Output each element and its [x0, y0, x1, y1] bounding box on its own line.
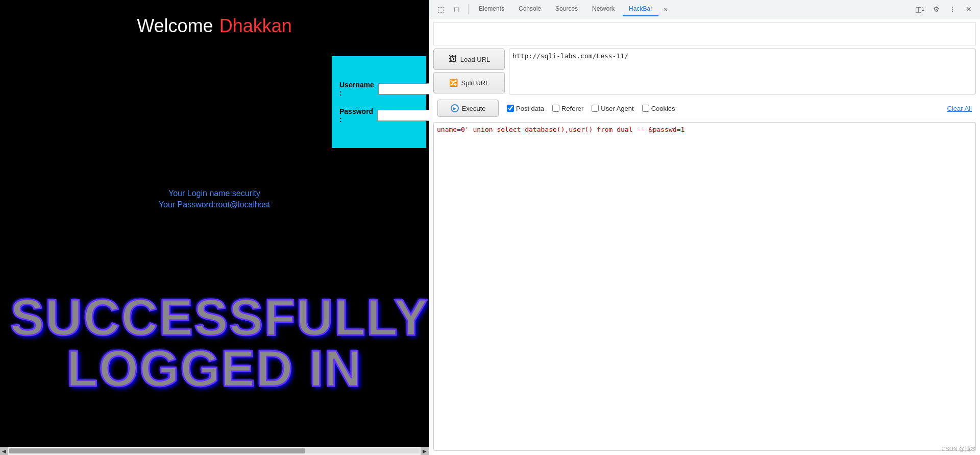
success-line1: SUCCESSFULLY — [10, 292, 419, 343]
tab-hackbar[interactable]: HackBar — [623, 2, 658, 16]
login-form: Username : Password : — [332, 56, 426, 148]
scroll-track[interactable] — [9, 448, 420, 453]
screen-count: 1 — [922, 6, 925, 12]
username-display: Dhakkan — [219, 15, 292, 37]
load-url-label: Load URL — [460, 56, 491, 63]
horizontal-scrollbar[interactable]: ◀ ▶ — [0, 447, 429, 455]
referer-checkbox[interactable] — [552, 105, 559, 112]
username-row: Username : — [339, 81, 419, 97]
gear-icon: ⚙ — [933, 5, 940, 13]
cookies-option[interactable]: Cookies — [642, 105, 675, 112]
inspect-icon: ◻ — [454, 5, 460, 13]
cookies-checkbox[interactable] — [642, 105, 649, 112]
devtools-panel: ⬚ ◻ Elements Console Sources Network Hac… — [429, 0, 980, 455]
close-icon: ✕ — [966, 5, 972, 13]
devtools-right-icons: ◫ 1 ⚙ ⋮ ✕ — [913, 2, 976, 16]
more-tabs-btn[interactable]: » — [660, 3, 671, 15]
load-url-button[interactable]: 🖼 Load URL — [433, 49, 505, 70]
password-input[interactable] — [377, 110, 429, 121]
cookies-label: Cookies — [651, 105, 675, 112]
welcome-header: Welcome Dhakkan — [137, 15, 291, 37]
username-label: Username : — [339, 81, 374, 97]
more-vert-icon: ⋮ — [949, 5, 956, 13]
success-message: SUCCESSFULLY LOGGED IN — [10, 292, 419, 394]
user-agent-checkbox[interactable] — [592, 105, 599, 112]
login-info: Your Login name:security Your Password:r… — [159, 189, 270, 209]
tab-network[interactable]: Network — [586, 2, 621, 16]
split-url-button[interactable]: 🔀 Split URL — [433, 72, 505, 93]
more-options-btn[interactable]: ⋮ — [945, 2, 960, 16]
url-textarea[interactable] — [509, 49, 976, 94]
post-data-textarea[interactable] — [433, 122, 976, 451]
referer-label: Referer — [561, 105, 583, 112]
login-pass-text: Your Password:root@localhost — [159, 200, 270, 209]
browser-content: Welcome Dhakkan Username : Password : Yo… — [0, 0, 429, 455]
welcome-label: Welcome — [137, 15, 213, 37]
login-name-text: Your Login name:security — [159, 189, 270, 198]
execute-button[interactable]: ▶ Execute — [437, 100, 499, 117]
hackbar-content: 🖼 Load URL 🔀 Split URL ▶ Execute Post da… — [429, 18, 980, 455]
username-input[interactable] — [378, 83, 429, 94]
referer-option[interactable]: Referer — [552, 105, 583, 112]
inspect-icon-btn[interactable]: ◻ — [450, 2, 464, 16]
clear-all-button[interactable]: Clear All — [947, 105, 972, 112]
devtools-topbar: ⬚ ◻ Elements Console Sources Network Hac… — [429, 0, 980, 18]
hackbar-options-row: ▶ Execute Post data Referer User Agent C… — [433, 98, 976, 119]
user-agent-option[interactable]: User Agent — [592, 105, 633, 112]
success-line2: LOGGED IN — [10, 343, 419, 394]
cursor-icon-btn[interactable]: ⬚ — [433, 2, 448, 16]
hackbar-buttons: 🖼 Load URL 🔀 Split URL — [433, 49, 505, 94]
post-data-label: Post data — [516, 105, 544, 112]
cursor-icon: ⬚ — [437, 5, 444, 13]
gear-icon-btn[interactable]: ⚙ — [929, 2, 943, 16]
screen-icon-btn[interactable]: ◫ 1 — [913, 2, 927, 16]
split-url-label: Split URL — [461, 79, 489, 87]
user-agent-label: User Agent — [601, 105, 633, 112]
password-row: Password : — [339, 107, 419, 124]
csdn-watermark: CSDN @浦本 — [942, 445, 976, 453]
tab-elements[interactable]: Elements — [473, 2, 510, 16]
post-data-option[interactable]: Post data — [507, 105, 544, 112]
load-url-icon: 🖼 — [448, 55, 457, 64]
split-url-icon: 🔀 — [449, 78, 458, 87]
scroll-right-arrow[interactable]: ▶ — [421, 447, 429, 455]
close-devtools-btn[interactable]: ✕ — [962, 2, 976, 16]
tab-console[interactable]: Console — [512, 2, 547, 16]
post-data-wrap — [433, 122, 976, 451]
tab-sources[interactable]: Sources — [549, 2, 584, 16]
password-label: Password : — [339, 107, 373, 124]
hackbar-url-row: 🖼 Load URL 🔀 Split URL — [433, 49, 976, 94]
post-data-checkbox[interactable] — [507, 105, 514, 112]
hackbar-top-space — [433, 22, 976, 45]
execute-icon: ▶ — [451, 104, 459, 112]
scroll-thumb[interactable] — [9, 448, 305, 453]
scroll-left-arrow[interactable]: ◀ — [0, 447, 8, 455]
execute-label: Execute — [462, 105, 486, 112]
screen-icon: ◫ — [915, 5, 922, 13]
topbar-sep1 — [468, 4, 469, 14]
